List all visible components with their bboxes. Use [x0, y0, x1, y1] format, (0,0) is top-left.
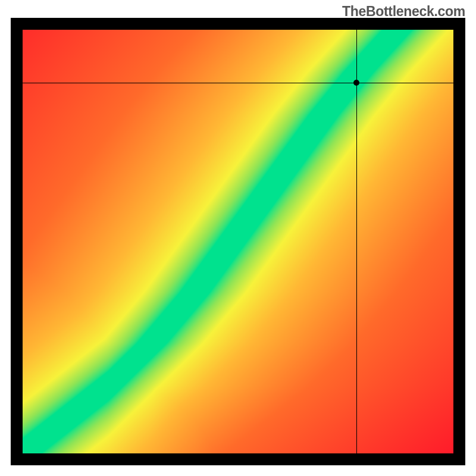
watermark-text: TheBottleneck.com [342, 4, 465, 20]
intersection-marker [353, 80, 359, 86]
plot-frame [11, 18, 465, 465]
crosshair-horizontal [23, 83, 453, 83]
heatmap-canvas [23, 30, 453, 453]
plot-area [23, 30, 453, 453]
crosshair-vertical [356, 30, 357, 453]
